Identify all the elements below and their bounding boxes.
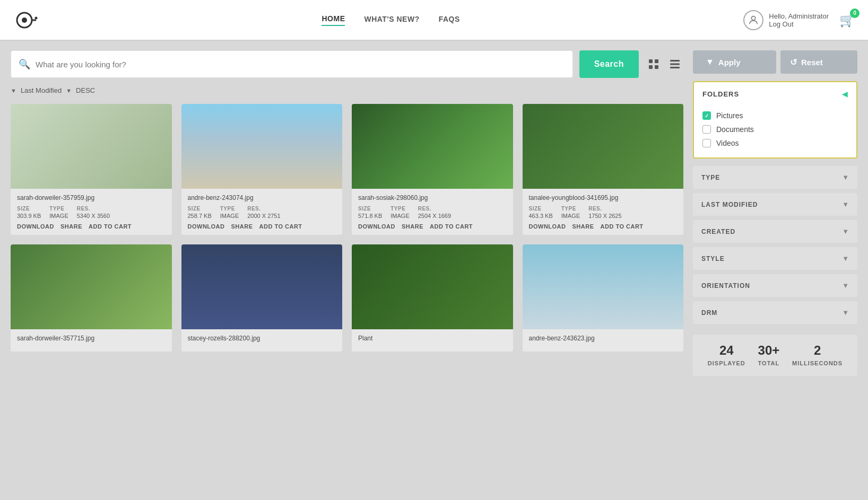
nav-faqs[interactable]: FAQS xyxy=(439,15,460,25)
header-right: Hello, Administrator Log Out 🛒 0 xyxy=(743,10,855,30)
filter-section-arrow-icon: ▼ xyxy=(842,173,849,181)
meta-label: SIZE xyxy=(17,206,41,212)
folders-panel: FOLDERS ◀ PicturesDocumentsVideos xyxy=(693,81,857,159)
meta-label: RES. xyxy=(77,206,110,212)
filter-section-arrow-icon: ▼ xyxy=(842,255,849,262)
reset-label: Reset xyxy=(801,58,823,67)
filter-icon: ▼ xyxy=(706,57,714,67)
image-thumbnail[interactable] xyxy=(352,104,513,189)
folder-label: Documents xyxy=(716,125,754,134)
image-card: Plant xyxy=(352,244,513,352)
add-to-cart-action[interactable]: ADD TO CART xyxy=(89,223,132,230)
card-info: sarah-dorweiler-357959.jpgSIZE303.9 KBTY… xyxy=(11,189,172,235)
meta-col: RES.1750 X 2625 xyxy=(588,206,621,219)
meta-label: TYPE xyxy=(220,206,239,212)
share-action[interactable]: SHARE xyxy=(402,223,423,230)
folder-checkbox[interactable] xyxy=(702,139,711,147)
filter-section-orientation[interactable]: ORIENTATION▼ xyxy=(693,274,857,297)
filter-section-title: STYLE xyxy=(701,255,725,262)
filter-section-last-modified[interactable]: LAST MODIFIED▼ xyxy=(693,193,857,216)
download-action[interactable]: DOWNLOAD xyxy=(529,223,566,230)
meta-value: 5340 X 3560 xyxy=(77,213,110,219)
share-action[interactable]: SHARE xyxy=(572,223,594,230)
stat-total: 30+ TOTAL xyxy=(758,343,780,367)
image-card: sarah-sosiak-298060.jpgSIZE571.8 KBTYPEI… xyxy=(352,104,513,235)
image-thumbnail[interactable] xyxy=(11,104,172,189)
svg-point-4 xyxy=(752,16,756,20)
download-action[interactable]: DOWNLOAD xyxy=(188,223,225,230)
download-action[interactable]: DOWNLOAD xyxy=(17,223,54,230)
stats-bar: 24 DISPLAYED 30+ TOTAL 2 MILLISECONDS xyxy=(693,335,857,376)
share-action[interactable]: SHARE xyxy=(60,223,82,230)
search-button[interactable]: Search xyxy=(579,50,639,78)
logo-icon xyxy=(13,7,38,33)
image-thumbnail[interactable] xyxy=(11,244,172,329)
list-view-button[interactable] xyxy=(666,56,683,73)
filter-section-style[interactable]: STYLE▼ xyxy=(693,247,857,270)
folder-checkbox[interactable] xyxy=(702,111,711,120)
sort-order[interactable]: DESC xyxy=(76,86,95,94)
apply-button[interactable]: ▼ Apply xyxy=(693,50,776,74)
reset-button[interactable]: ↺ Reset xyxy=(780,50,857,74)
nav-whats-new[interactable]: WHAT'S NEW? xyxy=(364,15,419,25)
folders-header[interactable]: FOLDERS ◀ xyxy=(694,82,856,106)
svg-rect-6 xyxy=(655,59,658,63)
image-card: sarah-dorweiler-357715.jpg xyxy=(11,244,172,352)
filter-toolbar: ▼ Apply ↺ Reset xyxy=(693,50,857,74)
add-to-cart-action[interactable]: ADD TO CART xyxy=(430,223,473,230)
image-card: sarah-dorweiler-357959.jpgSIZE303.9 KBTY… xyxy=(11,104,172,235)
meta-value: 1750 X 2625 xyxy=(588,213,621,219)
filter-section-header: TYPE▼ xyxy=(693,166,857,189)
meta-col: TYPEIMAGE xyxy=(49,206,68,219)
card-info: sarah-dorweiler-357715.jpg xyxy=(11,329,172,352)
stat-milliseconds: 2 MILLISECONDS xyxy=(792,343,843,367)
svg-rect-8 xyxy=(655,65,658,69)
folder-item[interactable]: Videos xyxy=(702,136,848,150)
search-input[interactable] xyxy=(36,60,565,69)
stat-displayed: 24 DISPLAYED xyxy=(708,343,745,367)
grid-view-button[interactable] xyxy=(645,56,662,73)
sort-field[interactable]: Last Modified xyxy=(21,86,62,94)
image-thumbnail[interactable] xyxy=(352,244,513,329)
card-meta: SIZE303.9 KBTYPEIMAGERES.5340 X 3560 xyxy=(17,206,166,219)
image-card: stacey-rozells-288200.jpg xyxy=(181,244,343,352)
filter-section-drm[interactable]: DRM▼ xyxy=(693,301,857,324)
image-thumbnail[interactable] xyxy=(523,244,684,329)
search-icon: 🔍 xyxy=(19,58,30,70)
cart-button[interactable]: 🛒 0 xyxy=(839,13,855,28)
user-text: Hello, Administrator Log Out xyxy=(769,12,829,28)
image-thumbnail[interactable] xyxy=(181,104,343,189)
stat-ms-label: MILLISECONDS xyxy=(792,360,843,366)
card-meta: SIZE258.7 KBTYPEIMAGERES.2000 X 2751 xyxy=(188,206,336,219)
grid-icon xyxy=(647,58,660,71)
folders-chevron-icon: ◀ xyxy=(842,90,848,98)
folder-item[interactable]: Documents xyxy=(702,122,848,136)
share-action[interactable]: SHARE xyxy=(231,223,253,230)
image-thumbnail[interactable] xyxy=(181,244,343,329)
stat-displayed-value: 24 xyxy=(708,343,745,358)
meta-col: RES.2504 X 1669 xyxy=(418,206,451,219)
meta-col: SIZE463.3 KB xyxy=(529,206,553,219)
meta-value: 2000 X 2751 xyxy=(247,213,280,219)
card-filename: sarah-dorweiler-357959.jpg xyxy=(17,194,166,201)
sort-order-arrow: ▼ xyxy=(66,87,72,94)
apply-label: Apply xyxy=(718,58,741,67)
image-thumbnail[interactable] xyxy=(523,104,684,189)
card-info: Plant xyxy=(352,329,513,352)
card-actions: DOWNLOADSHAREADD TO CART xyxy=(358,223,507,230)
meta-label: RES. xyxy=(247,206,280,212)
stat-ms-value: 2 xyxy=(792,343,843,358)
folder-checkbox[interactable] xyxy=(702,125,711,134)
meta-col: TYPEIMAGE xyxy=(390,206,409,219)
add-to-cart-action[interactable]: ADD TO CART xyxy=(601,223,644,230)
download-action[interactable]: DOWNLOAD xyxy=(358,223,395,230)
filter-section-created[interactable]: CREATED▼ xyxy=(693,220,857,243)
folder-item[interactable]: Pictures xyxy=(702,109,848,122)
filter-section-title: DRM xyxy=(701,309,717,317)
filter-section-type[interactable]: TYPE▼ xyxy=(693,166,857,189)
add-to-cart-action[interactable]: ADD TO CART xyxy=(259,223,302,230)
meta-col: SIZE303.9 KB xyxy=(17,206,41,219)
nav-home[interactable]: HOME xyxy=(322,14,345,26)
filter-section-arrow-icon: ▼ xyxy=(842,309,849,317)
logout-link[interactable]: Log Out xyxy=(769,20,829,28)
